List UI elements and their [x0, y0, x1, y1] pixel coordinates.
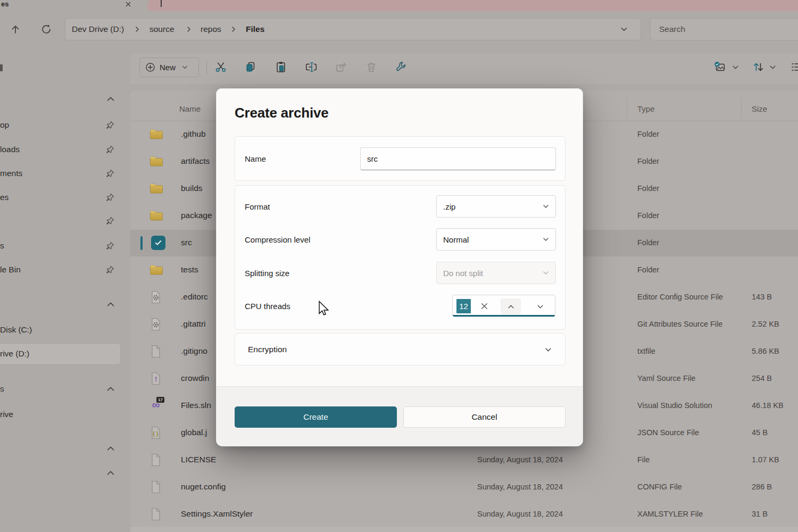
sidebar-item-pictures[interactable]: es [0, 193, 9, 203]
chevron-down-icon [543, 203, 549, 210]
sidebar-item-recycle-bin[interactable]: le Bin [0, 265, 21, 276]
paste-icon[interactable] [274, 60, 288, 74]
splitting-size-select-disabled: Do not split [436, 262, 556, 284]
chevron-down-icon [543, 236, 549, 243]
clear-value-icon[interactable] [480, 302, 488, 310]
dialog-title: Create archive [235, 105, 328, 121]
format-label: Format [245, 202, 270, 211]
column-header-size[interactable]: Size [752, 104, 767, 113]
sidebar-item-downloads[interactable]: loads [0, 145, 20, 155]
section-collapse-icon[interactable] [106, 95, 115, 103]
compression-level-select[interactable]: Normal [436, 228, 556, 251]
file-row-license[interactable]: LICENSE Sunday, August 18, 2024 File 1.0… [130, 447, 798, 473]
copy-icon[interactable] [244, 60, 257, 74]
compression-level-label: Compression level [245, 235, 310, 244]
pin-icon[interactable] [106, 242, 114, 250]
create-archive-dialog: Create archive Name Format .zip Compress… [216, 88, 583, 446]
sidebar-item-desktop[interactable]: op [0, 120, 9, 131]
file-icon [151, 345, 161, 358]
cut-icon[interactable] [214, 60, 228, 74]
section-collapse-icon[interactable] [106, 469, 115, 477]
sidebar-item-documents[interactable]: ments [0, 169, 22, 179]
pin-icon[interactable] [106, 169, 114, 178]
pin-icon[interactable] [106, 265, 114, 274]
wrench-icon[interactable] [395, 60, 409, 74]
cpu-threads-label: CPU threads [245, 302, 290, 311]
new-button-label: New [160, 63, 176, 72]
section-collapse-icon[interactable] [106, 385, 115, 393]
search-input[interactable] [651, 19, 798, 40]
name-card: Name [235, 136, 566, 181]
tab-close-icon[interactable] [124, 1, 132, 8]
file-icon [151, 508, 161, 521]
decrement-button[interactable] [530, 298, 550, 314]
rename-icon[interactable] [304, 60, 318, 74]
pin-icon[interactable] [106, 145, 114, 154]
column-splitter[interactable] [741, 97, 742, 118]
pin-icon[interactable] [106, 193, 114, 202]
breadcrumb-item-source[interactable]: source [149, 18, 174, 40]
section-collapse-icon[interactable] [106, 444, 115, 453]
alert-file-icon: ! [151, 372, 161, 385]
vs-version-badge: 17 [156, 397, 164, 403]
focus-underline [453, 315, 555, 317]
search-box[interactable] [650, 18, 798, 40]
folder-icon [149, 183, 163, 194]
archive-name-input[interactable] [360, 147, 556, 170]
file-icon [151, 480, 161, 494]
sort-icon[interactable] [751, 60, 765, 74]
folder-icon [149, 129, 163, 140]
cpu-threads-spinner[interactable]: 12 [452, 295, 555, 317]
view-chevron-down-icon[interactable] [732, 64, 739, 71]
new-button[interactable]: New [139, 57, 199, 77]
up-arrow-icon[interactable] [9, 23, 22, 36]
breadcrumb-item-repos[interactable]: repos [201, 18, 221, 40]
sort-chevron-down-icon[interactable] [769, 64, 776, 71]
pin-icon[interactable] [106, 121, 114, 129]
sidebar-item-dev-drive-d-label[interactable]: rive (D:) [0, 349, 29, 360]
svg-text:!: ! [155, 375, 157, 383]
details-list-icon[interactable] [791, 60, 798, 74]
sidebar-item-drive[interactable]: rive [0, 410, 13, 420]
delete-icon[interactable] [364, 60, 378, 74]
refresh-icon[interactable] [40, 23, 53, 36]
gear-file-icon [151, 290, 161, 304]
encryption-expander[interactable]: Encryption [235, 333, 566, 365]
sidebar-item-videos[interactable]: s [0, 241, 4, 252]
toolbar [130, 53, 798, 84]
new-tab-fragment[interactable] [161, 0, 162, 7]
breadcrumb-chevron-down-icon[interactable] [620, 26, 628, 33]
titlebar [147, 0, 798, 11]
increment-button[interactable] [501, 298, 521, 314]
chevron-down-icon[interactable] [545, 346, 552, 353]
column-header-name[interactable]: Name [179, 104, 201, 113]
sidebar-item-local-disk-c[interactable]: Disk (C:) [0, 325, 32, 336]
checkbox-checked-icon[interactable] [151, 236, 165, 250]
create-button[interactable]: Create [235, 406, 397, 428]
cpu-threads-value-selected[interactable]: 12 [456, 299, 471, 313]
view-layout-icon[interactable] [713, 60, 727, 74]
share-icon[interactable] [334, 60, 348, 74]
drives-collapse-icon[interactable] [106, 300, 115, 309]
folder-icon [149, 210, 163, 221]
svg-text:{ }: { } [153, 431, 159, 437]
status-strip [130, 527, 798, 532]
format-select[interactable]: .zip [436, 195, 556, 218]
chevron-right-icon [230, 26, 237, 32]
json-file-icon: { } [151, 426, 161, 439]
settings-card: Format .zip Compression level Normal Spl… [235, 185, 566, 330]
breadcrumb-item-drive[interactable]: Dev Drive (D:) [72, 18, 124, 40]
dialog-footer: Create Cancel [217, 386, 583, 446]
column-header-type[interactable]: Type [637, 104, 655, 113]
format-value: .zip [443, 202, 455, 211]
file-row-settings-xamlstyler[interactable]: Settings.XamlStyler Sunday, August 18, 2… [130, 501, 798, 528]
splitting-size-label: Splitting size [245, 269, 289, 278]
column-splitter[interactable] [627, 97, 627, 118]
sidebar-icon-fragment [0, 64, 3, 71]
pin-icon[interactable] [106, 217, 114, 225]
file-row-nuget-config[interactable]: nuget.config Sunday, August 18, 2024 CON… [130, 474, 798, 501]
breadcrumb-item-files[interactable]: Files [246, 18, 264, 40]
tab-title-fragment[interactable]: es [1, 0, 9, 8]
cancel-button[interactable]: Cancel [403, 406, 566, 428]
sidebar-section-label[interactable]: s [0, 384, 4, 395]
